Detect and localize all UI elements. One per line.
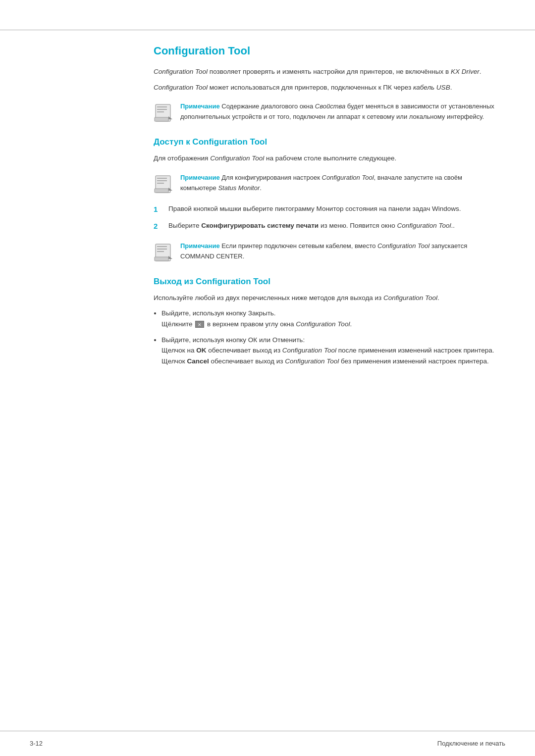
note-box-1: Примечание Содержание диалогового окна С… [154, 101, 495, 123]
bullet-item-1: Выйдите, используя кнопку Закрыть. Щёлкн… [161, 308, 495, 329]
note-box-3: Примечание Если принтер подключен сетевы… [154, 241, 495, 263]
svg-rect-5 [155, 117, 168, 121]
svg-rect-7 [157, 178, 167, 179]
top-border [0, 30, 535, 30]
note-icon-3 [154, 242, 174, 263]
svg-rect-3 [157, 111, 164, 112]
footer-chapter-title: Подключение и печать [437, 740, 505, 747]
section2-title: Выход из Configuration Tool [154, 277, 495, 287]
bottom-border [0, 731, 535, 731]
step-1: 1 Правой кнопкой мышки выберите пиктогра… [154, 203, 495, 215]
svg-rect-15 [157, 251, 164, 252]
note-text-2: Примечание Для конфигурирования настроек… [180, 173, 495, 194]
section1-intro: Для отображения Configuration Tool на ра… [154, 153, 495, 164]
intro-paragraph-1: Configuration Tool позволяет проверять и… [154, 66, 495, 77]
svg-rect-9 [157, 183, 164, 184]
svg-rect-14 [157, 249, 167, 250]
svg-rect-8 [157, 180, 167, 181]
note-box-2: Примечание Для конфигурирования настроек… [154, 173, 495, 195]
exit-methods-list: Выйдите, используя кнопку Закрыть. Щёлкн… [161, 308, 495, 366]
section1-title: Доступ к Configuration Tool [154, 137, 495, 147]
note-text-1: Примечание Содержание диалогового окна С… [180, 101, 495, 122]
svg-rect-2 [157, 109, 167, 110]
svg-rect-1 [157, 106, 167, 107]
section2-intro: Используйте любой из двух перечисленных … [154, 293, 495, 303]
intro-paragraph-2: Configuration Tool может использоваться … [154, 82, 495, 93]
bullet-item-2: Выйдите, используя кнопку ОК или Отменит… [161, 335, 495, 367]
footer-page-number: 3-12 [30, 740, 43, 747]
main-content: Configuration Tool Configuration Tool по… [154, 0, 495, 411]
page-title: Configuration Tool [154, 45, 495, 57]
steps-list: 1 Правой кнопкой мышки выберите пиктогра… [154, 203, 495, 232]
step-2: 2 Выберите Сконфигурировать систему печа… [154, 220, 495, 232]
note-icon-2 [154, 174, 174, 195]
close-icon: ✕ [195, 321, 204, 328]
svg-rect-11 [155, 189, 168, 193]
svg-rect-13 [157, 246, 167, 247]
note-icon-1 [154, 102, 174, 123]
note-text-3: Примечание Если принтер подключен сетевы… [180, 241, 495, 262]
footer: 3-12 Подключение и печать [0, 740, 535, 747]
svg-rect-17 [155, 257, 168, 261]
